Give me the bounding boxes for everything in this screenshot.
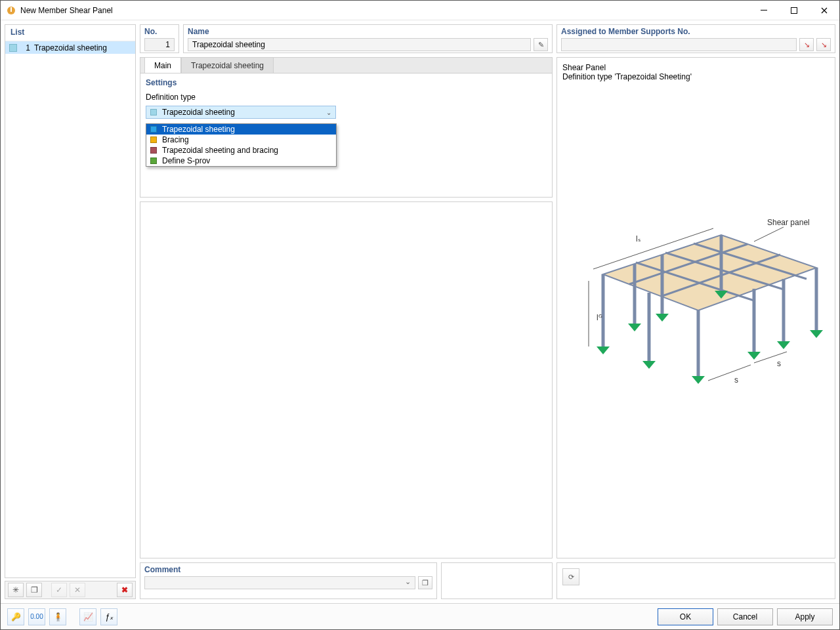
preview-column: Shear Panel Definition type 'Trapezoidal… (556, 57, 835, 599)
list-item-label: Trapezoidal sheeting (34, 43, 107, 52)
list-swatch-icon (9, 44, 17, 52)
comment-input[interactable] (144, 576, 415, 589)
svg-line-31 (708, 365, 751, 381)
app-icon (6, 5, 16, 16)
lg-label: lᴳ (597, 313, 602, 322)
svg-marker-21 (810, 330, 823, 338)
svg-marker-20 (692, 376, 705, 384)
s2-label: s (734, 375, 738, 385)
svg-marker-26 (656, 314, 669, 322)
graph-button[interactable]: 📈 (79, 608, 96, 625)
no-panel: No. 1 (140, 24, 179, 53)
comment-side-panel (441, 562, 553, 599)
pick-supports-button-2[interactable]: ↘ (816, 38, 831, 51)
tab-main[interactable]: Main (144, 57, 181, 74)
definition-type-combo[interactable]: Trapezoidal sheeting ⌄ (146, 106, 336, 119)
settings-panel: Settings Definition type Trapezoidal she… (140, 73, 553, 198)
main-column: No. 1 Name Trapezoidal sheeting ✎ Assign… (140, 24, 835, 599)
list-item-no: 1 (21, 43, 30, 52)
assigned-panel: Assigned to Member Supports No. ↘ ↘ (556, 24, 835, 53)
preview-panel: Shear Panel Definition type 'Trapezoidal… (556, 57, 835, 558)
svg-marker-19 (597, 346, 610, 354)
dropdown-option-trap-and-bracing[interactable]: Trapezoidal sheeting and bracing (146, 145, 336, 156)
option-swatch-icon (150, 147, 157, 154)
wizard-button[interactable]: 🧍 (49, 608, 66, 625)
content-area: List 1 Trapezoidal sheeting ✳ ❐ ✓ ✕ ✖ (1, 20, 839, 603)
delete-item-button[interactable]: ✖ (117, 583, 133, 597)
title-bar: New Member Shear Panel (1, 1, 839, 20)
comment-library-button[interactable]: ❐ (418, 576, 432, 589)
definition-type-dropdown: Trapezoidal sheeting Bracing Trapezoidal… (146, 123, 337, 167)
close-button[interactable] (809, 1, 839, 20)
dialog-window: New Member Shear Panel List 1 Trapezoida… (0, 0, 840, 630)
ok-button[interactable]: OK (658, 608, 713, 625)
list-panel: List 1 Trapezoidal sheeting (5, 24, 136, 578)
details-panel (140, 201, 553, 558)
s1-label: s (777, 359, 781, 368)
edit-name-button[interactable]: ✎ (534, 38, 548, 51)
svg-rect-3 (791, 7, 797, 13)
list-header: List (5, 25, 135, 41)
assigned-label: Assigned to Member Supports No. (557, 25, 835, 36)
maximize-button[interactable] (779, 1, 809, 20)
svg-marker-27 (628, 324, 641, 331)
preview-title: Shear Panel (562, 63, 830, 72)
dropdown-option-bracing[interactable]: Bracing (146, 135, 336, 145)
no-label: No. (140, 25, 178, 36)
option-swatch-icon (150, 126, 157, 133)
help-button[interactable]: 🔑 (7, 608, 24, 625)
dropdown-option-label: Define S-prov (162, 156, 210, 165)
function-button[interactable]: ƒₓ (100, 608, 117, 625)
tab-trapezoidal[interactable]: Trapezoidal sheeting (181, 57, 274, 74)
combo-selected-text: Trapezoidal sheeting (162, 108, 235, 117)
comment-panel: Comment ❐ (140, 562, 437, 599)
option-swatch-icon (150, 158, 157, 164)
svg-rect-1 (10, 7, 12, 12)
svg-line-32 (754, 227, 784, 242)
svg-marker-24 (747, 352, 761, 360)
preview-subtitle: Definition type 'Trapezoidal Sheeting' (562, 72, 830, 81)
chevron-down-icon: ⌄ (326, 109, 331, 116)
minimize-button[interactable] (749, 1, 779, 20)
ls-label: lₛ (636, 234, 640, 243)
preview-refresh-button[interactable]: ⟳ (562, 568, 579, 585)
dropdown-option-label: Trapezoidal sheeting and bracing (162, 146, 278, 155)
apply-button[interactable]: Apply (777, 608, 833, 625)
pick-supports-button-1[interactable]: ↘ (799, 38, 814, 51)
dropdown-option-sprov[interactable]: Define S-prov (146, 156, 336, 166)
dropdown-option-trapezoidal[interactable]: Trapezoidal sheeting (146, 124, 336, 135)
units-button[interactable]: 0.00 (28, 608, 45, 625)
copy-item-button[interactable]: ❐ (26, 583, 42, 597)
tab-strip: Main Trapezoidal sheeting (140, 57, 553, 73)
option-swatch-icon (150, 136, 157, 143)
check-button[interactable]: ✓ (51, 583, 67, 597)
cancel-button[interactable]: Cancel (717, 608, 773, 625)
definition-type-label: Definition type (140, 93, 552, 106)
left-column: List 1 Trapezoidal sheeting ✳ ❐ ✓ ✕ ✖ (5, 24, 136, 599)
dropdown-option-label: Trapezoidal sheeting (162, 125, 235, 134)
combo-swatch-icon (150, 109, 157, 116)
uncheck-button[interactable]: ✕ (70, 583, 85, 597)
name-panel: Name Trapezoidal sheeting ✎ (183, 24, 553, 53)
svg-rect-2 (761, 10, 767, 10)
window-title: New Member Shear Panel (20, 6, 113, 15)
name-label: Name (184, 25, 552, 36)
preview-toolbar: ⟳ (556, 562, 835, 599)
list-toolbar: ✳ ❐ ✓ ✕ ✖ (5, 581, 136, 599)
list-item[interactable]: 1 Trapezoidal sheeting (5, 41, 135, 54)
svg-marker-23 (642, 361, 656, 369)
dialog-footer: 🔑 0.00 🧍 📈 ƒₓ OK Cancel Apply (1, 603, 839, 629)
svg-marker-25 (777, 341, 790, 349)
settings-header: Settings (140, 74, 552, 93)
new-item-button[interactable]: ✳ (8, 583, 24, 597)
dropdown-option-label: Bracing (162, 135, 189, 144)
preview-diagram: lₛ lᴳ s s Shear panel (557, 215, 833, 399)
assigned-input[interactable] (561, 38, 797, 51)
no-input[interactable]: 1 (144, 38, 175, 51)
shear-panel-label: Shear panel (767, 218, 810, 227)
tabs-column: Main Trapezoidal sheeting Settings Defin… (140, 57, 553, 599)
name-input[interactable]: Trapezoidal sheeting (188, 38, 531, 51)
comment-label: Comment (140, 563, 436, 574)
